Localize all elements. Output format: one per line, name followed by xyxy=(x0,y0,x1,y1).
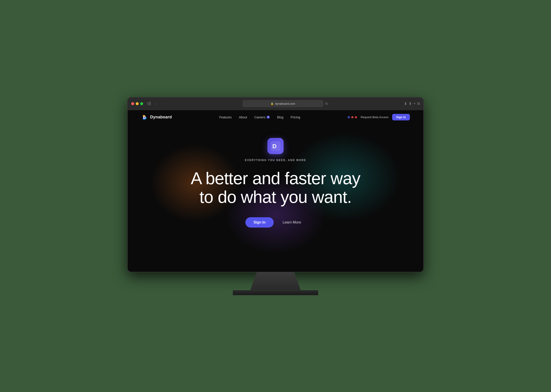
browser-right-controls: ⬇ ⬆ + ⧉ xyxy=(404,102,420,106)
logo-text: Dynaboard xyxy=(150,115,172,119)
svg-text:D: D xyxy=(143,115,146,119)
monitor-screen: ‹ › 🔒 dynaboard.com ↻ ⬇ ⬆ + ⧉ xyxy=(127,97,424,272)
svg-text:D: D xyxy=(272,143,277,150)
navbar: D Dynaboard Features About Careers 3 Blo… xyxy=(128,110,423,125)
hero-learn-more-button[interactable]: Learn More xyxy=(278,217,306,228)
monitor-stand xyxy=(233,272,318,295)
hero-signin-button[interactable]: Sign In xyxy=(245,217,274,228)
stand-neck xyxy=(244,272,307,290)
forward-button[interactable]: › xyxy=(160,100,167,107)
hero-section: D Everything you need, and more A better… xyxy=(128,125,423,245)
traffic-light-close[interactable] xyxy=(131,102,134,105)
svg-rect-3 xyxy=(149,105,151,105)
nav-link-blog[interactable]: Blog xyxy=(277,115,283,119)
app-icon: D xyxy=(267,138,284,154)
dot-red xyxy=(351,116,353,118)
careers-badge: 3 xyxy=(267,116,270,119)
signin-nav-button[interactable]: Sign In xyxy=(392,114,410,120)
hero-title: A better and faster way to do what you w… xyxy=(191,169,360,206)
traffic-light-maximize[interactable] xyxy=(140,102,143,105)
share-icon[interactable]: ⬆ xyxy=(409,102,412,106)
nav-link-features[interactable]: Features xyxy=(219,115,232,119)
address-bar[interactable]: 🔒 dynaboard.com xyxy=(242,100,323,107)
hero-actions: Sign In Learn More xyxy=(245,217,305,228)
browser-chrome: ‹ › 🔒 dynaboard.com ↻ ⬇ ⬆ + ⧉ xyxy=(128,98,423,110)
traffic-light-minimize[interactable] xyxy=(136,102,139,105)
stand-base xyxy=(233,290,318,295)
address-bar-area: 🔒 dynaboard.com ↻ xyxy=(169,100,401,107)
request-beta-button[interactable]: Request Beta Access xyxy=(361,115,389,119)
back-button[interactable]: ‹ xyxy=(153,100,159,107)
url-text: dynaboard.com xyxy=(275,102,295,105)
svg-rect-2 xyxy=(149,103,151,104)
monitor-wrapper: ‹ › 🔒 dynaboard.com ↻ ⬇ ⬆ + ⧉ xyxy=(127,97,424,295)
nav-links: Features About Careers 3 Blog Pricing xyxy=(219,115,300,119)
svg-rect-1 xyxy=(149,102,151,103)
nav-link-pricing[interactable]: Pricing xyxy=(290,115,300,119)
tabs-icon[interactable]: ⧉ xyxy=(417,102,420,105)
reload-button[interactable]: ↻ xyxy=(325,102,328,106)
nav-link-about[interactable]: About xyxy=(239,115,247,119)
lock-icon: 🔒 xyxy=(271,102,274,105)
nav-right: Request Beta Access Sign In xyxy=(348,114,410,120)
app-icon-wrapper: D xyxy=(267,138,284,154)
hero-tagline: Everything you need, and more xyxy=(245,159,306,162)
website-content: D Dynaboard Features About Careers 3 Blo… xyxy=(128,110,423,272)
dot-blue xyxy=(348,116,350,118)
browser-nav-controls: ‹ › xyxy=(146,100,167,107)
hero-title-line1: A better and faster way xyxy=(191,169,360,188)
sidebar-toggle-icon[interactable] xyxy=(146,100,152,107)
traffic-lights xyxy=(131,102,143,105)
color-dots xyxy=(348,116,357,118)
new-tab-icon[interactable]: + xyxy=(413,102,416,105)
nav-link-careers[interactable]: Careers 3 xyxy=(254,115,270,119)
logo-area: D Dynaboard xyxy=(141,114,172,121)
logo-icon: D xyxy=(141,114,148,121)
svg-rect-0 xyxy=(147,102,148,105)
download-icon[interactable]: ⬇ xyxy=(404,102,407,106)
dot-dark-red xyxy=(355,116,357,118)
hero-title-line2: to do what you want. xyxy=(199,187,352,206)
